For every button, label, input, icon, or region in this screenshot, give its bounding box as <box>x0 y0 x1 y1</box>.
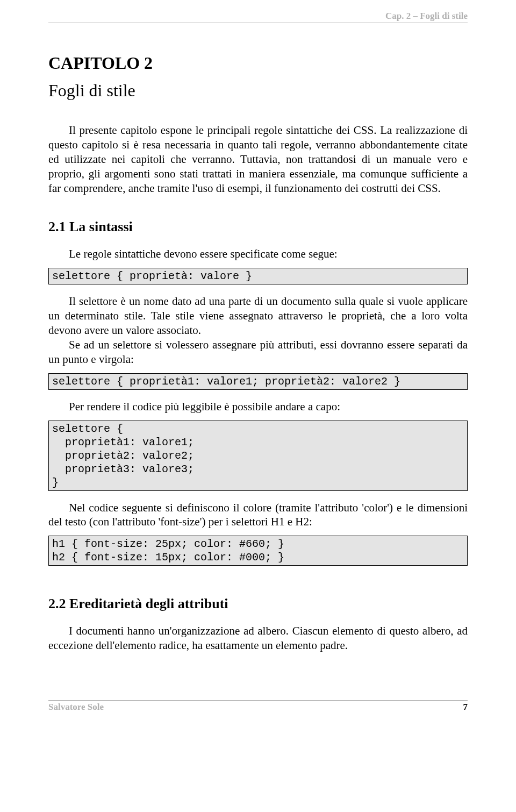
footer-page-number: 7 <box>463 702 468 713</box>
section1-p1: Le regole sintattiche devono essere spec… <box>48 247 468 261</box>
code-block-2: selettore { proprietà1: valore1; proprie… <box>48 373 468 390</box>
footer-author: Salvatore Sole <box>48 702 104 713</box>
section-heading-2-2: 2.2 Ereditarietà degli attributi <box>48 596 468 612</box>
chapter-title: Fogli di stile <box>48 81 468 101</box>
section1-p2b: Se ad un selettore si volessero assegnar… <box>48 338 468 367</box>
section2-p1: I documenti hanno un'organizzazione ad a… <box>48 624 468 653</box>
section1-p2a: Il selettore è un nome dato ad una parte… <box>48 294 468 338</box>
code-block-4: h1 { font-size: 25px; color: #660; } h2 … <box>48 536 468 566</box>
section-heading-2-1: 2.1 La sintassi <box>48 219 468 235</box>
page-container: Cap. 2 – Fogli di stile CAPITOLO 2 Fogli… <box>0 0 516 723</box>
section1-p3: Per rendere il codice più leggibile è po… <box>48 400 468 414</box>
section1-p4: Nel codice seguente si definiscono il co… <box>48 501 468 530</box>
running-header: Cap. 2 – Fogli di stile <box>48 11 468 23</box>
chapter-number: CAPITOLO 2 <box>48 53 468 73</box>
intro-paragraph: Il presente capitolo espone le principal… <box>48 123 468 195</box>
page-footer: Salvatore Sole 7 <box>48 700 468 713</box>
code-block-1: selettore { proprietà: valore } <box>48 268 468 284</box>
code-block-3: selettore { proprietà1: valore1; proprie… <box>48 421 468 491</box>
